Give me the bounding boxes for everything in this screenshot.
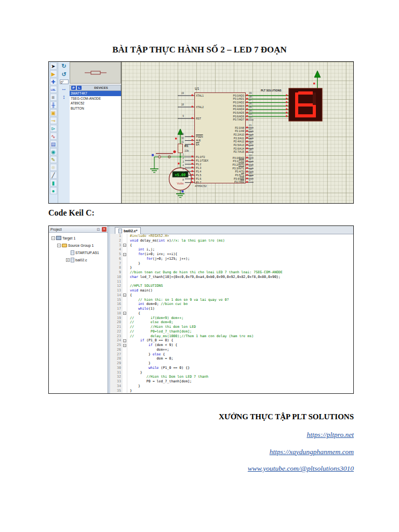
fold-marker-icon[interactable]: − bbox=[123, 244, 126, 247]
line-number: 29 bbox=[110, 361, 123, 366]
2d-line-icon[interactable]: ╱ bbox=[50, 171, 57, 179]
code-editor[interactable]: 1#include <REGX52.H>2void delay_ms(int x… bbox=[110, 234, 353, 393]
fold-column bbox=[123, 298, 127, 302]
pin-label: P0.1/AD1 bbox=[223, 97, 244, 100]
rotate-cw-button[interactable]: ↻ bbox=[60, 63, 68, 70]
tree-item[interactable]: −Target 1 bbox=[49, 234, 108, 242]
graph-mode-icon[interactable]: ∿ bbox=[50, 132, 57, 140]
fold-marker-icon[interactable]: − bbox=[123, 339, 126, 342]
code-line: 29 } bbox=[110, 361, 353, 366]
code-line: 13void main() bbox=[110, 288, 353, 293]
code-line: 9//bien toan cuc Dung de hien thi cho lo… bbox=[110, 270, 353, 275]
tree-item[interactable]: −Source Group 1 bbox=[49, 242, 108, 249]
device-item[interactable]: 3WATT4K7 bbox=[70, 91, 121, 96]
mirror-x-button[interactable]: ↔ bbox=[60, 85, 68, 92]
code-text: { bbox=[127, 293, 132, 298]
device-item[interactable]: AT89C52 bbox=[70, 101, 121, 106]
code-text: // P0=led_7_thanh[dem]; bbox=[127, 329, 192, 334]
tree-item[interactable]: STARTUP.A51 bbox=[49, 249, 108, 256]
rotate-ccw-button[interactable]: ↺ bbox=[60, 71, 68, 78]
line-number: 31 bbox=[110, 370, 123, 375]
generator-mode-icon[interactable]: ◉ bbox=[50, 148, 57, 155]
fold-column bbox=[123, 356, 127, 361]
pin-label: P1.5 bbox=[196, 174, 201, 177]
component-mode-icon[interactable]: ▶ bbox=[50, 70, 57, 77]
rotation-angle-field[interactable]: 0° bbox=[60, 79, 69, 84]
fold-marker-icon[interactable]: − bbox=[123, 294, 126, 297]
pin-number: 29 bbox=[171, 133, 184, 136]
pin-label: P2.7/A15 bbox=[223, 150, 244, 153]
line-number: 32 bbox=[110, 375, 123, 379]
fold-marker-icon[interactable]: − bbox=[123, 253, 126, 256]
2d-box-icon[interactable]: ▮ bbox=[50, 179, 57, 187]
library-button[interactable]: L bbox=[77, 86, 82, 90]
footer-link[interactable]: www.youtube.com/@pltsolutions3010 bbox=[219, 464, 354, 473]
pin-icon[interactable]: ⊡ bbox=[96, 227, 101, 232]
code-text: if (P1_0 == 0) { bbox=[127, 338, 173, 343]
selection-cursor-icon[interactable]: ➤ bbox=[50, 62, 57, 70]
tree-item[interactable]: +bai02.c bbox=[49, 256, 108, 263]
line-number: 27 bbox=[110, 352, 123, 357]
voltage-probe-icon[interactable]: ✎ bbox=[50, 156, 57, 163]
pin-number: 30 bbox=[171, 137, 184, 140]
code-line: 28 dem = 0; bbox=[110, 356, 353, 361]
tree-expander-icon[interactable]: + bbox=[66, 258, 70, 262]
preview-resistor-icon bbox=[70, 62, 121, 83]
line-number: 15 bbox=[110, 298, 123, 302]
editor-tab[interactable]: bai02.c* bbox=[115, 227, 141, 234]
mirror-y-button[interactable]: ↕ bbox=[60, 94, 68, 101]
orientation-toolbar: ↻ ↺ 0° ↔ ↕ bbox=[58, 62, 70, 203]
pick-devices-button[interactable]: P bbox=[71, 86, 76, 90]
pin-label: P0.5/AD5 bbox=[223, 111, 244, 114]
junction-dot-icon[interactable]: ✚ bbox=[50, 78, 57, 85]
fold-marker-icon[interactable]: − bbox=[123, 312, 126, 315]
fold-column bbox=[123, 334, 127, 339]
code-line: 14−{ bbox=[110, 293, 353, 298]
tree-expander-icon[interactable]: − bbox=[57, 244, 61, 247]
text-script-icon[interactable]: ≡ bbox=[50, 94, 57, 101]
pin-number: 36 bbox=[249, 102, 251, 105]
close-icon[interactable]: × bbox=[102, 227, 107, 232]
document-footer: XƯỞNG THỰC TẬP PLT SOLUTIONS https://plt… bbox=[219, 413, 354, 482]
wire-label-icon[interactable]: LBL bbox=[50, 86, 57, 93]
device-item[interactable]: 7SEG-COM-ANODE bbox=[70, 96, 121, 101]
pin-number: 25 bbox=[249, 138, 251, 141]
pin-label: P2.4/A12 bbox=[223, 140, 244, 143]
line-number: 8 bbox=[110, 265, 123, 270]
current-probe-icon[interactable]: ⌾ bbox=[50, 164, 57, 171]
resistor-ref-label: R1 bbox=[184, 144, 189, 148]
device-item[interactable]: BUTTON bbox=[70, 106, 121, 111]
pin-number: 10 bbox=[249, 154, 251, 157]
schematic-canvas[interactable]: +5.00 Volts R1 10k U1 AT89C52 PLT SOLUTI… bbox=[122, 62, 353, 203]
line-number: 33 bbox=[110, 379, 123, 384]
code-line: 32 //Hien thi Dem len LED 7 thanh bbox=[110, 375, 353, 379]
fold-column bbox=[123, 247, 127, 252]
pin-label: P3.0/RXD bbox=[223, 156, 244, 159]
chip-part-label: AT89C52 bbox=[195, 184, 207, 188]
footer-link[interactable]: https://xaydungphanmem.com bbox=[219, 448, 354, 456]
tree-expander-icon[interactable]: − bbox=[51, 236, 55, 240]
line-number: 12 bbox=[110, 284, 123, 288]
devices-list: 3WATT4K77SEG-COM-ANODEAT89C52BUTTON bbox=[70, 91, 121, 203]
footer-link[interactable]: https://pltpro.net bbox=[219, 431, 354, 439]
terminals-icon[interactable]: ⊸ bbox=[50, 117, 57, 124]
pin-number: 6 bbox=[171, 171, 184, 175]
code-line: 7 } bbox=[110, 261, 353, 266]
pin-label: P1.6 bbox=[196, 177, 201, 180]
code-line: 4 int i,j; bbox=[110, 247, 353, 252]
line-number: 14 bbox=[110, 293, 123, 298]
fold-marker-icon[interactable]: − bbox=[123, 344, 126, 347]
pin-label: P2.0/A8 bbox=[223, 126, 244, 129]
pin-label: P0.0/AD0 bbox=[223, 94, 244, 97]
code-text: #include <REGX52.H> bbox=[127, 234, 169, 238]
buses-icon[interactable]: ╫ bbox=[50, 101, 57, 109]
fold-column bbox=[123, 384, 127, 389]
device-pins-icon[interactable]: ⊳ bbox=[50, 125, 57, 132]
subcircuit-icon[interactable]: ▣ bbox=[50, 109, 57, 116]
code-text: if (dem < 9) { bbox=[127, 343, 177, 348]
line-number: 20 bbox=[110, 320, 123, 325]
line-number: 7 bbox=[110, 261, 123, 266]
resistor-value-label: 10k bbox=[184, 149, 189, 152]
2d-circle-icon[interactable]: ● bbox=[50, 187, 57, 194]
tape-recorder-icon[interactable]: ▤ bbox=[50, 140, 57, 148]
